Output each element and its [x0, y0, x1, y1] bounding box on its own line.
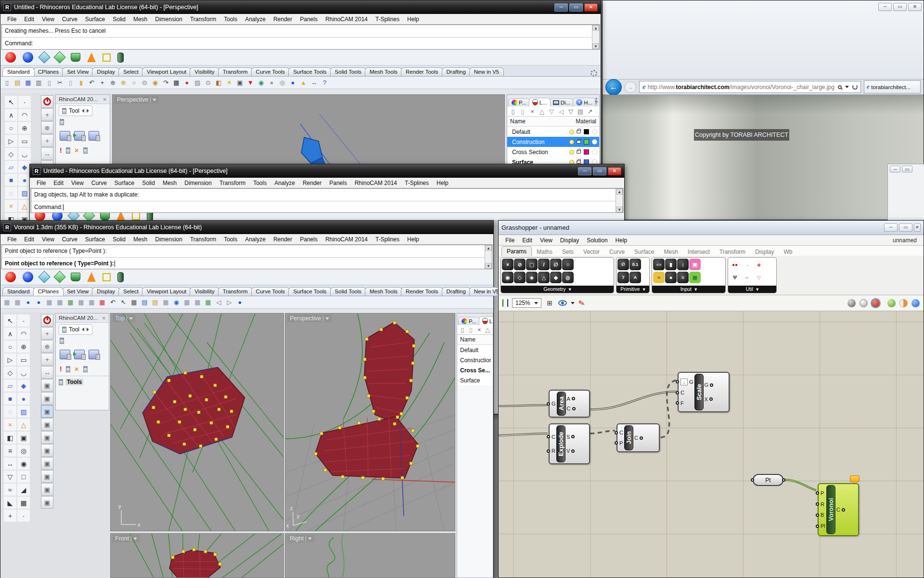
menu-item[interactable]: Solution — [583, 236, 611, 245]
layer-tool-icon[interactable]: × — [528, 108, 536, 115]
tool-palette-icon[interactable]: ○ — [4, 121, 18, 134]
menu-item[interactable]: Tools — [249, 179, 270, 187]
toolbar-icon[interactable]: ● — [24, 298, 33, 307]
component-icon[interactable]: ⊘ — [514, 259, 526, 270]
toolbar-icon[interactable]: ▦ — [129, 298, 139, 307]
tool-palette-icon[interactable]: ◆ — [17, 379, 30, 392]
component-icon[interactable]: / — [538, 259, 550, 270]
rhinocam-button[interactable]: ▣ — [41, 483, 53, 496]
category-tab[interactable]: Transform — [715, 247, 750, 256]
input-port[interactable]: F — [676, 400, 693, 406]
layer-tool-icon[interactable]: ▤ — [577, 108, 584, 115]
toolbar-tab[interactable]: Drafting — [442, 287, 471, 296]
layer-tool-icon[interactable]: ▽ — [567, 108, 575, 115]
warning-icon[interactable]: ! — [60, 365, 62, 373]
toolbar-icon[interactable]: ↖ — [119, 298, 128, 307]
menu-item[interactable]: File — [33, 179, 50, 187]
menu-item[interactable]: Analyze — [270, 179, 299, 187]
minimize-button[interactable]: ─ — [884, 223, 898, 232]
right-viewport[interactable]: Right — [285, 533, 455, 578]
toolbar-tab[interactable]: Standard — [2, 67, 35, 76]
menu-item[interactable]: Curve — [88, 179, 111, 187]
group-label[interactable]: Util▾ — [728, 286, 776, 293]
node-label[interactable]: Join — [624, 425, 633, 450]
layer-color-swatch[interactable] — [584, 149, 589, 155]
rhinocam-button[interactable]: ▣ — [41, 496, 53, 509]
group-label[interactable]: Primitive▾ — [616, 286, 649, 293]
chevron-down-icon[interactable] — [133, 538, 137, 540]
menu-item[interactable]: Edit — [518, 236, 536, 245]
front-viewport[interactable]: Front — [110, 533, 284, 578]
toolbar-tab[interactable]: Select — [118, 287, 143, 296]
toolbar-tab[interactable]: Mesh Tools — [365, 287, 402, 296]
tool-palette-icon[interactable]: ↔ — [3, 457, 17, 470]
menu-item[interactable]: RhinoCAM 2014 — [351, 179, 401, 187]
tool-palette-icon[interactable]: □ — [17, 470, 30, 483]
lock-icon[interactable] — [577, 150, 581, 154]
toolbar-tab[interactable]: CPlanes — [33, 67, 64, 76]
tab-properties[interactable]: P... — [458, 317, 480, 325]
component-icon[interactable]: ▭ — [653, 259, 665, 270]
rhinocam-button[interactable]: ▣ — [41, 405, 53, 418]
component-icon[interactable]: ▽ — [753, 272, 765, 283]
toolbar-tab[interactable]: CPlanes — [33, 287, 64, 296]
gh-node-area[interactable]: G Area A C — [549, 390, 590, 418]
tool-palette-icon[interactable]: · — [17, 509, 30, 522]
menu-item[interactable]: Help — [403, 15, 423, 24]
material-circle[interactable] — [592, 129, 597, 134]
command-area[interactable]: Point object to reference ( Type=Point )… — [1, 245, 492, 269]
menu-item[interactable]: Help — [403, 235, 423, 244]
green-cylinder-icon[interactable] — [117, 272, 124, 282]
toolbar-tab[interactable]: Curve Tools — [251, 287, 290, 296]
tool-palette-icon[interactable]: ◧ — [3, 431, 17, 444]
tab-help[interactable]: ?H... — [573, 98, 596, 106]
tool-palette-icon[interactable]: ◎ — [17, 444, 30, 457]
input-port[interactable]: P — [816, 490, 825, 496]
green-gem-icon[interactable] — [53, 271, 65, 283]
menu-item[interactable]: View — [38, 15, 58, 24]
menu-item[interactable]: File — [3, 15, 20, 24]
delete-icon[interactable]: ✕ — [74, 366, 79, 373]
input-port[interactable]: G — [547, 401, 556, 407]
toolbar-tab[interactable]: Render Tools — [401, 67, 443, 76]
blue-ball-icon[interactable] — [911, 299, 920, 307]
tool-palette-icon[interactable]: × — [3, 418, 17, 431]
menu-item[interactable]: RhinoCAM 2014 — [321, 15, 372, 24]
component-icon[interactable]: ≡ — [677, 272, 689, 283]
power-button-icon[interactable] — [41, 95, 53, 108]
tool-palette-icon[interactable]: ▭ — [18, 134, 31, 147]
restore-button[interactable]: ▭ — [593, 167, 606, 175]
chevron-left-icon[interactable] — [82, 328, 84, 331]
toolbar-icon[interactable]: ◉ — [151, 78, 160, 87]
command-area[interactable]: Creating meshes... Press Esc to cancel C… — [1, 25, 600, 50]
grasshopper-window[interactable]: Grasshopper - unnamed ─ ▭ ✕ File Edit Vi… — [498, 220, 924, 578]
input-port[interactable]: C — [547, 434, 555, 440]
titlebar[interactable]: R Untitled - Rhinoceros Educational Lab … — [30, 164, 624, 178]
toolbar-icon[interactable]: ? — [320, 78, 329, 87]
port-dot[interactable] — [816, 525, 819, 528]
open-file-icon[interactable] — [502, 300, 503, 306]
menu-item[interactable]: Curve — [58, 15, 81, 24]
category-tab[interactable]: Intersect — [683, 247, 715, 256]
tool-palette-icon[interactable]: ○ — [3, 340, 17, 353]
cyan-gem-icon[interactable] — [38, 271, 50, 283]
menu-item[interactable]: Curve — [58, 235, 81, 244]
menu-item[interactable]: File — [501, 236, 518, 245]
forward-button[interactable]: → — [625, 81, 636, 93]
gh-node-join[interactable]: C P Join C — [616, 423, 660, 452]
browser-tab[interactable]: e torabiarchitect... — [864, 80, 921, 93]
tools-tree-item[interactable]: Tools — [56, 376, 109, 388]
tool-palette-icon[interactable]: ◉ — [17, 457, 30, 470]
component-icon[interactable]: × — [502, 259, 513, 270]
toolbar-icon[interactable]: ▯ — [2, 78, 12, 87]
node-label[interactable]: Voronoi — [826, 485, 835, 534]
toolbar-tab[interactable]: Render Tools — [401, 287, 443, 296]
tool-palette-icon[interactable]: ◠ — [18, 108, 31, 121]
component-icon[interactable]: ↕ — [677, 259, 689, 270]
rhinocam-button[interactable]: ▣ — [41, 431, 53, 444]
toolbar-icon[interactable]: ⊙ — [204, 78, 213, 87]
search-icon[interactable] — [838, 85, 842, 89]
category-tab[interactable]: Mesh — [659, 247, 682, 256]
rhinocam-button[interactable]: ▣ — [41, 470, 53, 483]
category-tab[interactable]: Display — [750, 247, 779, 256]
